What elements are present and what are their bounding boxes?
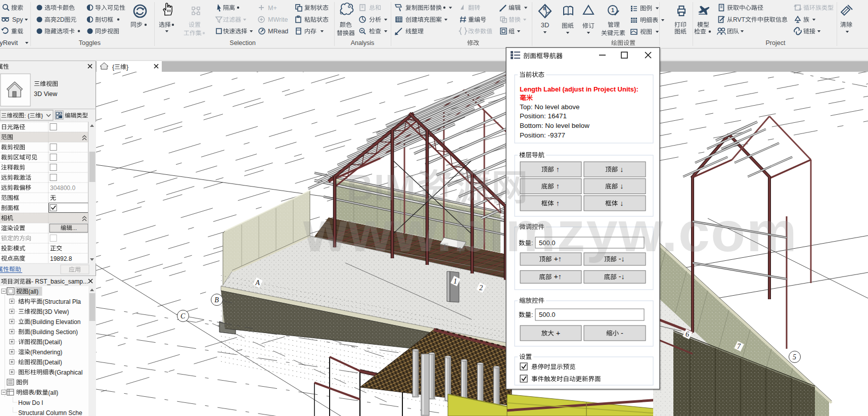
svg-text:(Graphical: (Graphical	[55, 369, 82, 376]
svg-text:+: +	[556, 329, 560, 337]
svg-text:+↑: +↑	[554, 272, 562, 281]
svg-text:304800.0: 304800.0	[50, 184, 75, 192]
svg-text:(Detail): (Detail)	[42, 359, 62, 366]
svg-text:}: }	[41, 113, 43, 119]
svg-text:(all): (all)	[48, 389, 58, 396]
svg-text:(Detail): (Detail)	[42, 339, 62, 346]
svg-text:Analysis: Analysis	[351, 39, 375, 47]
svg-text:Bottom: No level below: Bottom: No level below	[520, 122, 589, 129]
svg-text:(Rendering): (Rendering)	[30, 349, 62, 356]
svg-text:(Structural Pla: (Structural Pla	[42, 298, 81, 305]
svg-text:↓: ↓	[620, 182, 623, 190]
svg-text:5: 5	[793, 353, 796, 361]
svg-text:3D: 3D	[541, 21, 550, 29]
svg-text:M+: M+	[268, 5, 277, 12]
svg-text:www.bimzyw.com: www.bimzyw.com	[303, 200, 798, 263]
svg-text:...: ...	[72, 225, 77, 231]
svg-text:↑: ↑	[556, 182, 560, 190]
svg-text:6: 6	[686, 331, 689, 338]
svg-text:(all): (all)	[28, 288, 38, 295]
svg-text:2D: 2D	[57, 16, 65, 23]
svg-text:Selection: Selection	[230, 39, 255, 47]
svg-text:(3D View): (3D View)	[42, 308, 69, 315]
svg-text:19892.8: 19892.8	[50, 255, 72, 262]
svg-text:1: 1	[611, 7, 614, 13]
svg-text:RVT: RVT	[733, 16, 745, 23]
svg-text:Position: -9377: Position: -9377	[520, 131, 565, 139]
svg-text:↓: ↓	[620, 165, 623, 173]
svg-text:(Building Elevation: (Building Elevation	[30, 318, 80, 326]
svg-text:Spy: Spy	[12, 16, 23, 23]
svg-text:2: 2	[479, 284, 483, 292]
svg-text:-: -	[621, 329, 623, 337]
svg-text:MWrite: MWrite	[268, 16, 288, 23]
svg-text:(Building Section): (Building Section)	[30, 329, 78, 336]
svg-text:Top: No level above: Top: No level above	[520, 103, 580, 111]
svg-text:Toggles: Toggles	[79, 39, 101, 47]
svg-text:↑: ↑	[556, 165, 560, 173]
svg-text:500.0: 500.0	[539, 311, 556, 318]
svg-text:MRead: MRead	[268, 28, 288, 35]
svg-text:Structural Column Sche: Structural Column Sche	[18, 409, 82, 416]
svg-text:8: 8	[543, 6, 545, 11]
svg-text:How Do I: How Do I	[18, 399, 43, 406]
svg-text:}: }	[126, 64, 128, 71]
svg-text:- RST_basic_samp...: - RST_basic_samp...	[31, 278, 88, 285]
svg-text:7: 7	[737, 343, 741, 350]
svg-text:{: {	[112, 64, 114, 71]
svg-text:1: 1	[453, 278, 457, 285]
svg-text:Project: Project	[766, 39, 786, 47]
svg-text:A: A	[255, 279, 260, 287]
svg-text:B: B	[214, 296, 219, 304]
svg-text:Position: 16471: Position: 16471	[520, 112, 567, 120]
svg-text:C: C	[180, 312, 186, 320]
svg-text:3D View: 3D View	[34, 90, 58, 98]
svg-text:: {: : {	[24, 113, 29, 119]
svg-text:-↓: -↓	[619, 272, 625, 281]
svg-text:pyRevit: pyRevit	[0, 39, 18, 47]
svg-text:Length Label (adjust in Projec: Length Label (adjust in Project Units):	[520, 85, 638, 93]
svg-text::: :	[531, 311, 533, 318]
